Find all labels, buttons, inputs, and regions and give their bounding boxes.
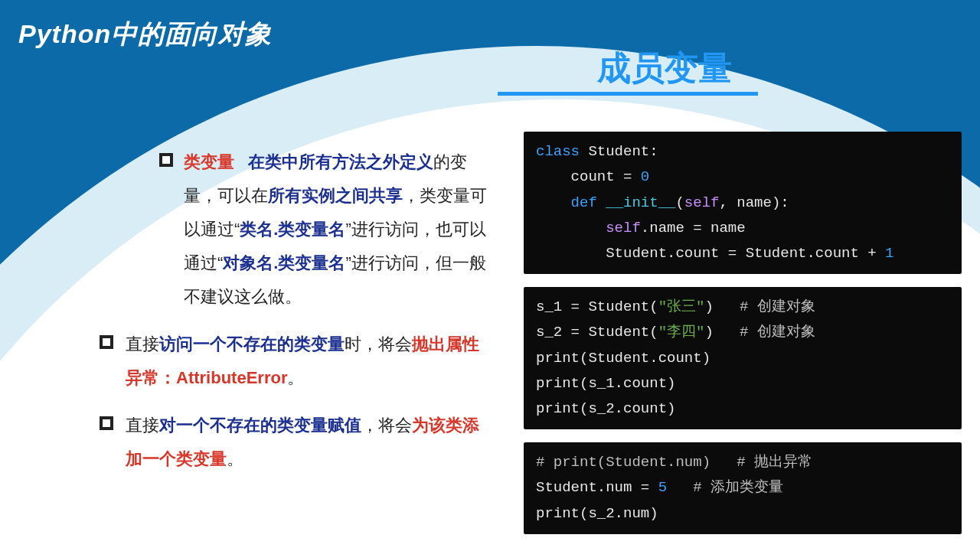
bullet-3-t2: ，将会 bbox=[361, 416, 412, 435]
bullet-2-t3: 。 bbox=[287, 368, 304, 387]
code-block-1: class Student: count = 0 def __init__(se… bbox=[524, 132, 962, 274]
bullet-1: 类变量 在类中所有方法之外定义的变量，可以在所有实例之间共享，类变量可以通过“类… bbox=[100, 145, 490, 314]
bullet-1-bold2: 所有实例之间共享 bbox=[268, 186, 403, 205]
bullet-1-bold1: 在类中所有方法之外定义 bbox=[248, 152, 433, 171]
bullet-3-t1: 直接 bbox=[126, 416, 159, 435]
bullet-2-t2: 时，将会 bbox=[345, 334, 412, 354]
bullet-2-bold1: 访问一个不存在的类变量 bbox=[159, 334, 345, 354]
bullet-3-bold1: 对一个不存在的类变量赋值 bbox=[159, 416, 361, 435]
bullet-1-bold4: 对象名.类变量名 bbox=[223, 253, 345, 272]
content-body: 类变量 在类中所有方法之外定义的变量，可以在所有实例之间共享，类变量可以通过“类… bbox=[100, 145, 490, 490]
code-block-3: # print(Student.num) # 抛出异常 Student.num … bbox=[524, 442, 962, 534]
section-title: 成员变量 bbox=[597, 46, 732, 91]
bullet-2: 直接访问一个不存在的类变量时，将会抛出属性异常：AttributeError。 bbox=[100, 328, 490, 395]
bullet-1-bold3: 类名.类变量名 bbox=[240, 220, 345, 239]
code-block-2: s_1 = Student("张三") # 创建对象 s_2 = Student… bbox=[524, 287, 962, 429]
bullet-1-lead: 类变量 bbox=[184, 152, 234, 171]
section-underline bbox=[498, 92, 758, 96]
bullet-3: 直接对一个不存在的类变量赋值，将会为该类添加一个类变量。 bbox=[100, 409, 490, 476]
slide-title: Python中的面向对象 bbox=[18, 17, 272, 52]
watermark: https://blog.csdn.net/Dream_Gao1989 bbox=[774, 532, 969, 545]
bullet-2-t1: 直接 bbox=[126, 334, 159, 354]
bullet-3-t3: 。 bbox=[227, 449, 243, 468]
